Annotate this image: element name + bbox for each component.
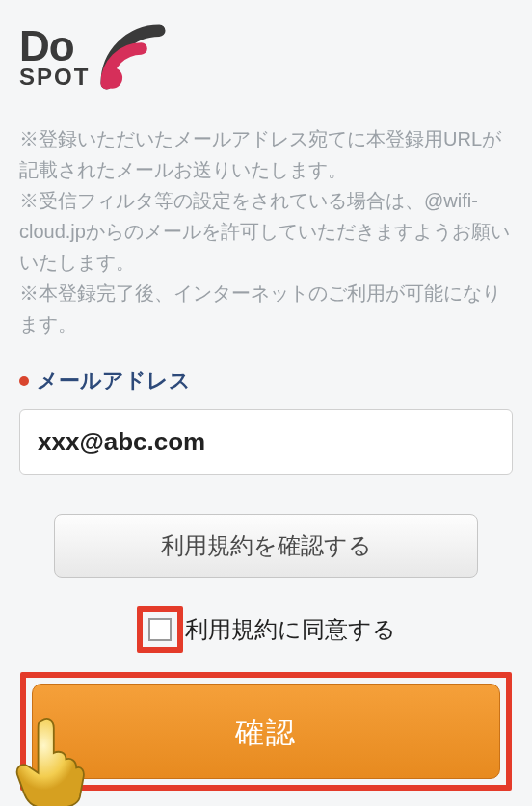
logo-text-do: Do — [19, 26, 90, 67]
agree-checkbox[interactable] — [148, 618, 172, 641]
email-label-text: メールアドレス — [37, 366, 191, 395]
logo: Do SPOT — [19, 19, 513, 94]
info-line-1: ※登録いただいたメールアドレス宛てに本登録用URLが記載されたメールお送りいたし… — [19, 123, 513, 185]
agree-checkbox-label: 利用規約に同意する — [185, 614, 396, 645]
info-line-3: ※本登録完了後、インターネットのご利用が可能になります。 — [19, 278, 513, 339]
required-dot-icon — [19, 376, 29, 386]
wifi-icon — [95, 19, 171, 94]
email-label: メールアドレス — [19, 366, 513, 395]
view-terms-button[interactable]: 利用規約を確認する — [54, 514, 478, 578]
confirm-button[interactable]: 確認 — [32, 684, 500, 779]
pointer-hand-icon — [9, 713, 95, 806]
agree-checkbox-row: 利用規約に同意する — [19, 606, 513, 653]
email-field[interactable] — [19, 409, 513, 475]
info-line-2: ※受信フィルタ等の設定をされている場合は、@wifi-cloud.jpからのメー… — [19, 185, 513, 278]
logo-text-spot: SPOT — [19, 67, 90, 89]
svg-point-0 — [102, 67, 123, 89]
highlight-box-icon — [137, 606, 183, 653]
info-text: ※登録いただいたメールアドレス宛てに本登録用URLが記載されたメールお送りいたし… — [19, 123, 513, 339]
confirm-area: 確認 — [20, 672, 512, 791]
